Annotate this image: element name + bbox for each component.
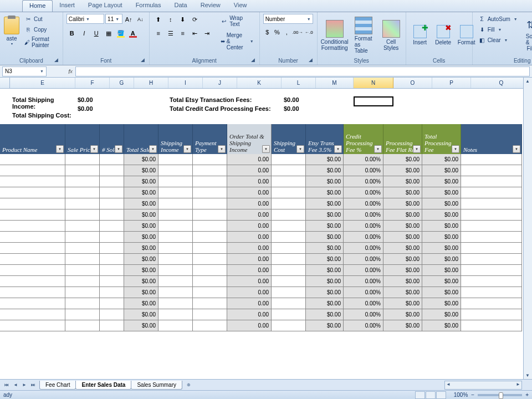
cell[interactable] bbox=[272, 265, 306, 276]
col-header-K[interactable]: K bbox=[237, 78, 282, 88]
cell[interactable]: 0.00 bbox=[227, 276, 272, 287]
cell[interactable]: $0.00 bbox=[422, 165, 461, 176]
zoom-slider[interactable] bbox=[478, 394, 522, 396]
cell[interactable] bbox=[193, 287, 227, 298]
cell[interactable] bbox=[65, 309, 100, 320]
cell[interactable] bbox=[461, 165, 522, 176]
cell[interactable] bbox=[461, 176, 522, 187]
italic-button[interactable]: I bbox=[79, 28, 90, 39]
th-sold[interactable]: # Sold▼ bbox=[100, 124, 124, 154]
cell[interactable] bbox=[158, 298, 193, 309]
cell[interactable] bbox=[193, 243, 227, 254]
cell[interactable] bbox=[100, 265, 124, 276]
cell[interactable] bbox=[158, 165, 193, 176]
cell-styles-button[interactable]: CellStyles bbox=[378, 14, 404, 57]
cell[interactable] bbox=[193, 320, 227, 331]
cell[interactable]: 0.00% bbox=[344, 298, 383, 309]
cell[interactable]: $0.00 bbox=[422, 232, 461, 243]
cell[interactable] bbox=[65, 221, 100, 232]
cell[interactable]: 0.00 bbox=[227, 221, 272, 232]
cell[interactable]: 0.00% bbox=[344, 243, 383, 254]
cell[interactable]: 0.00 bbox=[227, 165, 272, 176]
col-header-P[interactable]: P bbox=[432, 78, 471, 88]
cell[interactable]: $0.00 bbox=[422, 154, 461, 165]
cell[interactable] bbox=[193, 198, 227, 209]
cell[interactable] bbox=[158, 276, 193, 287]
th-payment-type[interactable]: Payment Type▼ bbox=[193, 124, 227, 154]
tab-page-layout[interactable]: Page Layout bbox=[81, 0, 129, 12]
cell[interactable]: $0.00 bbox=[422, 309, 461, 320]
cell[interactable]: 0.00% bbox=[344, 154, 383, 165]
filter-icon[interactable]: ▼ bbox=[183, 145, 191, 153]
delete-cells-button[interactable]: ✖Delete bbox=[433, 14, 454, 57]
clear-button[interactable]: ◧Clear▼ bbox=[476, 35, 520, 45]
cell[interactable]: $0.00 bbox=[124, 209, 158, 221]
cell[interactable] bbox=[158, 154, 193, 165]
tab-insert[interactable]: Insert bbox=[53, 0, 81, 12]
wrap-text-button[interactable]: ↩Wrap Text bbox=[218, 14, 256, 28]
cell[interactable]: $0.00 bbox=[306, 298, 344, 309]
cell[interactable]: 0.00% bbox=[344, 165, 383, 176]
cell[interactable] bbox=[272, 298, 306, 309]
cell[interactable] bbox=[65, 165, 100, 176]
cell[interactable]: 0.00 bbox=[227, 187, 272, 198]
cell[interactable]: $0.00 bbox=[383, 276, 422, 287]
cell[interactable] bbox=[272, 254, 306, 265]
cell[interactable] bbox=[158, 320, 193, 331]
cut-button[interactable]: ✂Cut bbox=[22, 14, 59, 24]
th-product[interactable]: Product Name▼ bbox=[0, 124, 65, 154]
cell[interactable]: $0.00 bbox=[124, 254, 158, 265]
cell[interactable]: $0.00 bbox=[306, 176, 344, 187]
cell[interactable] bbox=[461, 287, 522, 298]
active-cell-cursor[interactable] bbox=[354, 96, 393, 106]
name-box[interactable]: N3▼ bbox=[2, 66, 47, 76]
cell[interactable]: $0.00 bbox=[422, 254, 461, 265]
filter-icon[interactable]: ▼ bbox=[513, 145, 520, 153]
orientation-icon[interactable]: ⟳ bbox=[190, 14, 201, 25]
cell[interactable] bbox=[193, 209, 227, 221]
col-header-I[interactable]: I bbox=[168, 78, 203, 88]
cell[interactable] bbox=[100, 165, 124, 176]
cell[interactable]: 0.00 bbox=[227, 254, 272, 265]
cell[interactable] bbox=[0, 243, 65, 254]
th-etsy-fee[interactable]: Etsy Trans Fee 3.5%▼ bbox=[306, 124, 344, 154]
cell[interactable] bbox=[193, 187, 227, 198]
sheet-tab-sales-summary[interactable]: Sales Summary bbox=[131, 381, 182, 390]
horizontal-scrollbar[interactable] bbox=[444, 381, 522, 390]
cell[interactable] bbox=[158, 265, 193, 276]
cell[interactable] bbox=[100, 198, 124, 209]
formula-input[interactable] bbox=[75, 66, 530, 76]
cell[interactable]: $0.00 bbox=[124, 165, 158, 176]
cell[interactable] bbox=[65, 298, 100, 309]
font-color-button[interactable]: A bbox=[127, 28, 139, 39]
cell[interactable] bbox=[65, 276, 100, 287]
font-name-combo[interactable]: Calibri▼ bbox=[66, 14, 104, 24]
cell[interactable]: $0.00 bbox=[306, 154, 344, 165]
cell[interactable] bbox=[158, 243, 193, 254]
cell[interactable]: 0.00% bbox=[344, 221, 383, 232]
filter-icon[interactable]: ▼ bbox=[452, 145, 459, 153]
cell[interactable]: 0.00% bbox=[344, 198, 383, 209]
filter-icon[interactable]: ▼ bbox=[296, 145, 304, 153]
select-all-corner[interactable] bbox=[0, 78, 10, 88]
cell[interactable] bbox=[0, 198, 65, 209]
align-left-icon[interactable]: ≡ bbox=[153, 28, 164, 39]
cell[interactable]: $0.00 bbox=[124, 176, 158, 187]
cell[interactable]: 0.00 bbox=[227, 287, 272, 298]
cell[interactable] bbox=[158, 309, 193, 320]
cell[interactable]: $0.00 bbox=[422, 243, 461, 254]
cell[interactable]: $0.00 bbox=[422, 265, 461, 276]
cell[interactable]: $0.00 bbox=[306, 209, 344, 221]
copy-button[interactable]: ⎘Copy bbox=[22, 24, 59, 34]
align-top-icon[interactable]: ⬆ bbox=[153, 14, 164, 25]
zoom-level[interactable]: 100% bbox=[454, 392, 468, 398]
cell[interactable]: $0.00 bbox=[383, 232, 422, 243]
cell[interactable]: 0.00 bbox=[227, 232, 272, 243]
tab-home[interactable]: Home bbox=[22, 0, 53, 12]
cell[interactable]: $0.00 bbox=[383, 176, 422, 187]
cell[interactable] bbox=[158, 254, 193, 265]
clipboard-launcher[interactable]: ◢ bbox=[54, 57, 61, 64]
cell[interactable]: $0.00 bbox=[383, 209, 422, 221]
cell[interactable]: 0.00% bbox=[344, 276, 383, 287]
cell[interactable] bbox=[0, 232, 65, 243]
